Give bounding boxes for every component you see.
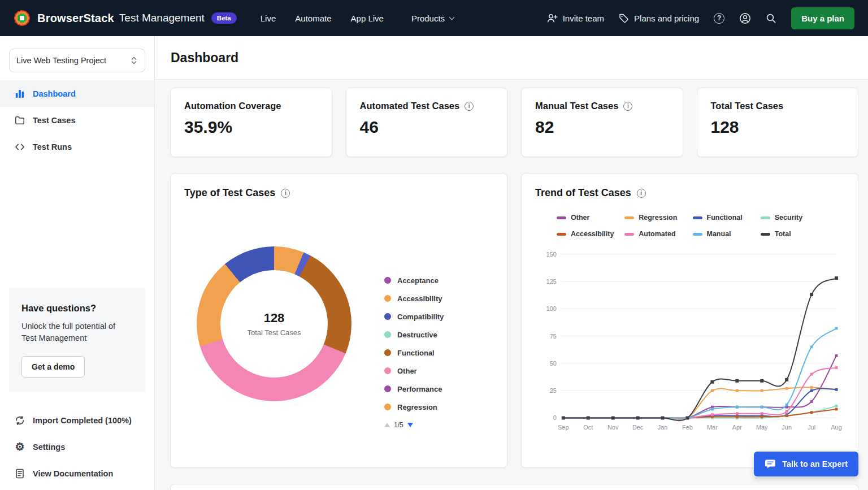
sidebar-item-label: Test Cases	[33, 116, 76, 125]
legend-item[interactable]: Total	[761, 230, 828, 238]
nav-link-app-live[interactable]: App Live	[351, 14, 384, 23]
sidebar-item-dashboard[interactable]: Dashboard	[0, 80, 154, 107]
legend-item[interactable]: Manual	[693, 230, 761, 238]
help-icon[interactable]	[714, 13, 724, 24]
svg-text:25: 25	[550, 387, 557, 394]
donut-center-value: 128	[264, 311, 285, 326]
document-icon	[15, 469, 25, 479]
page-title: Dashboard	[171, 50, 238, 66]
legend-label: Other	[397, 367, 417, 375]
donut-center: 128 Total Test Cases	[220, 270, 328, 378]
svg-text:Jun: Jun	[782, 424, 792, 431]
nav-link-automate[interactable]: Automate	[295, 14, 331, 23]
invite-team-icon	[546, 13, 558, 23]
legend-item[interactable]: Security	[761, 214, 828, 222]
sidebar-item-settings[interactable]: Settings	[0, 433, 154, 460]
sidebar-item-import-status[interactable]: Import Completed (100%)	[0, 407, 154, 433]
legend-item[interactable]: Compatibility	[384, 307, 444, 326]
legend-item[interactable]: Accessibility	[384, 289, 444, 307]
legend-label: Total	[775, 230, 791, 238]
sidebar-menu: Dashboard Test Cases Test Runs	[0, 80, 154, 160]
sidebar-item-test-cases[interactable]: Test Cases	[0, 107, 154, 133]
donut-legend: AcceptanceAccessibilityCompatibilityDest…	[384, 271, 444, 429]
card-title: Type of Test Cases	[184, 187, 275, 199]
promo-body: Unlock the full potential of Test Manage…	[21, 320, 132, 345]
invite-team-button[interactable]: Invite team	[546, 13, 604, 23]
svg-text:Oct: Oct	[583, 424, 593, 431]
info-icon[interactable]	[281, 189, 290, 198]
account-icon[interactable]	[739, 12, 751, 24]
svg-text:Apr: Apr	[732, 424, 742, 431]
svg-text:Sep: Sep	[558, 424, 568, 431]
svg-text:Feb: Feb	[682, 424, 693, 431]
legend-marker-icon	[624, 233, 634, 236]
bar-chart-icon	[15, 89, 25, 99]
svg-text:Jan: Jan	[658, 424, 668, 431]
page-up-icon[interactable]	[384, 423, 390, 427]
sidebar-item-view-documentation[interactable]: View Documentation	[0, 460, 154, 487]
legend-item[interactable]: Functional	[693, 214, 761, 222]
legend-item[interactable]: Destructive	[384, 326, 444, 344]
charts-row: Type of Test Cases 128 Total Test Cases …	[170, 173, 858, 468]
stat-value: 82	[535, 118, 669, 137]
sidebar-item-label: Settings	[33, 443, 65, 452]
talk-to-expert-label: Talk to an Expert	[782, 459, 848, 469]
legend-pagination: 1/5	[384, 421, 444, 429]
legend-label: Destructive	[397, 331, 437, 339]
talk-to-expert-button[interactable]: Talk to an Expert	[754, 452, 858, 476]
legend-item[interactable]: Automated	[624, 230, 692, 238]
legend-item[interactable]: Regression	[384, 398, 444, 416]
legend-dot-icon	[384, 349, 391, 356]
tag-icon	[619, 13, 629, 23]
legend-item[interactable]: Performance	[384, 380, 444, 398]
products-menu-button[interactable]: Products	[403, 14, 454, 23]
donut-chart[interactable]: 128 Total Test Cases	[197, 246, 351, 401]
brand-name: BrowserStack	[37, 12, 114, 25]
sidebar-item-label: Dashboard	[33, 89, 76, 98]
legend-item[interactable]: Accessibility	[557, 230, 624, 238]
trend-chart-svg: 0255075100125150SepOctNovDecJanFebMarApr…	[535, 240, 844, 444]
legend-item[interactable]: Functional	[384, 344, 444, 362]
dashboard-content: Automation Coverage 35.9% Automated Test…	[155, 80, 868, 490]
legend-marker-icon	[557, 233, 566, 236]
chevron-down-icon	[449, 15, 455, 20]
plans-pricing-label: Plans and pricing	[634, 14, 699, 23]
legend-item[interactable]: Regression	[624, 214, 692, 222]
legend-label: Compatibility	[397, 313, 444, 321]
page-header: Dashboard	[155, 36, 868, 80]
page-down-icon[interactable]	[407, 423, 413, 427]
legend-dot-icon	[384, 385, 391, 392]
sidebar: Live Web Testing Project Dashboard	[0, 36, 155, 490]
sidebar-footer: Import Completed (100%) Settings View Do…	[0, 407, 154, 490]
buy-a-plan-button[interactable]: Buy a plan	[791, 7, 854, 29]
legend-label: Performance	[397, 385, 442, 393]
legend-label: Functional	[707, 214, 743, 222]
legend-dot-icon	[384, 277, 391, 284]
browserstack-logo-icon	[14, 10, 31, 27]
trend-legend: OtherRegressionFunctionalSecurityAccessi…	[557, 214, 828, 238]
nav-link-live[interactable]: Live	[261, 14, 276, 23]
sidebar-item-label: Test Runs	[33, 142, 72, 151]
legend-marker-icon	[761, 233, 770, 236]
plans-pricing-button[interactable]: Plans and pricing	[619, 13, 699, 23]
legend-label: Other	[571, 214, 589, 222]
info-icon[interactable]	[623, 102, 632, 111]
product-name: Test Management	[119, 12, 205, 24]
legend-item[interactable]: Other	[557, 214, 624, 222]
legend-marker-icon	[624, 216, 634, 219]
get-a-demo-button[interactable]: Get a demo	[21, 356, 85, 378]
svg-text:0: 0	[553, 414, 557, 421]
sidebar-item-test-runs[interactable]: Test Runs	[0, 133, 154, 160]
legend-item[interactable]: Other	[384, 362, 444, 380]
legend-marker-icon	[693, 216, 702, 219]
info-icon[interactable]	[465, 102, 474, 111]
project-selector[interactable]: Live Web Testing Project	[9, 49, 145, 72]
stat-label: Manual Test Cases	[535, 101, 669, 111]
info-icon[interactable]	[637, 189, 646, 198]
search-icon[interactable]	[766, 13, 776, 24]
legend-item[interactable]: Acceptance	[384, 271, 444, 289]
legend-label: Regression	[639, 214, 677, 222]
legend-marker-icon	[761, 216, 770, 219]
card-title: Trend of Test Cases	[535, 187, 631, 199]
legend-label: Regression	[397, 403, 437, 411]
